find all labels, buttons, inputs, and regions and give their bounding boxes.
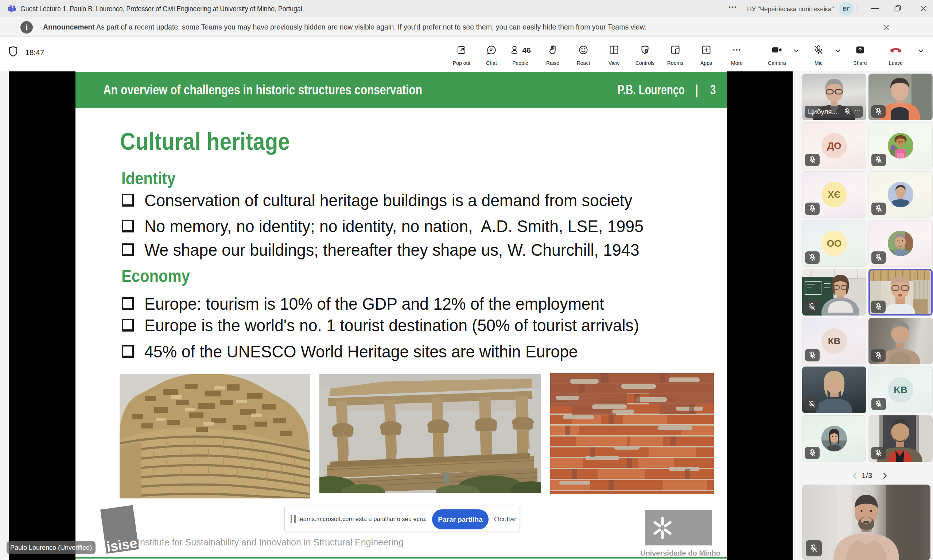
svg-text:T: T xyxy=(9,7,11,11)
